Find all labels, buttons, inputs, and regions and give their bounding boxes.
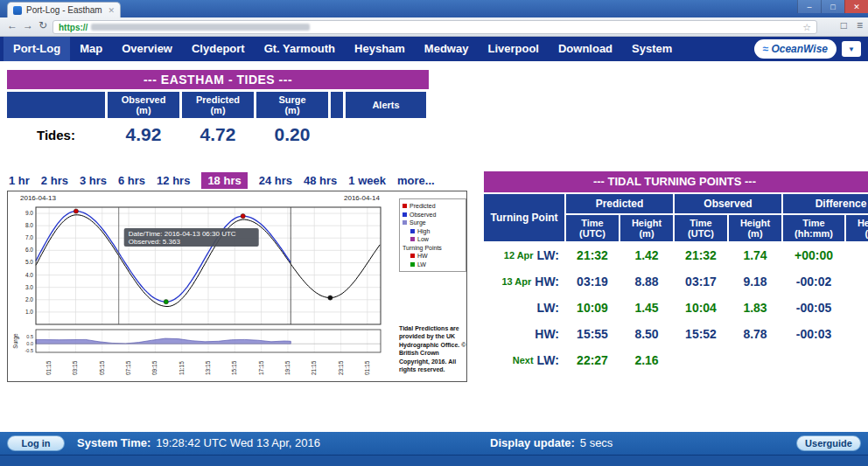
range-tab-6-hrs[interactable]: 6 hrs bbox=[118, 174, 145, 187]
diff-height-header: Height(m) bbox=[846, 215, 868, 241]
nav-item-clydeport[interactable]: Clydeport bbox=[182, 37, 255, 61]
browser-titlebar: Port-Log - Eastham ✕ – □ ✕ bbox=[0, 0, 868, 17]
login-button[interactable]: Log in bbox=[7, 435, 65, 451]
browser-toolbar: ← → ↻ https:// ☆ □ ≡ bbox=[0, 17, 868, 37]
tp-cell: 10:09 bbox=[566, 296, 619, 320]
tp-cell bbox=[846, 348, 868, 372]
nav-item-port-log[interactable]: Port-Log bbox=[4, 37, 70, 61]
window-maximize-button[interactable]: □ bbox=[821, 0, 844, 13]
forward-icon[interactable]: → bbox=[23, 19, 33, 31]
tp-cell: 1.74 bbox=[729, 243, 781, 268]
window-close-button[interactable]: ✕ bbox=[844, 0, 868, 13]
legend-item: Observed bbox=[402, 211, 463, 219]
tp-cell: 8.15 bbox=[620, 374, 673, 382]
tp-cell: 04:17 bbox=[566, 374, 619, 382]
tide-chart[interactable]: 1.02.03.04.05.06.07.08.09.00.50.0-0.5Sur… bbox=[10, 202, 395, 381]
turning-point-type: LW: bbox=[537, 353, 559, 367]
tides-panel: --- EASTHAM - TIDES --- Observed(m) Pred… bbox=[7, 70, 429, 145]
turning-point-type: HW: bbox=[535, 275, 559, 289]
range-tab-3-hrs[interactable]: 3 hrs bbox=[80, 174, 107, 187]
surge-axis-label: Surge bbox=[12, 333, 19, 349]
legend-item: Turning Points bbox=[402, 244, 463, 253]
extensions-icon[interactable]: □ bbox=[841, 19, 847, 31]
tides-header-blank bbox=[7, 92, 105, 118]
back-icon[interactable]: ← bbox=[7, 19, 18, 31]
tides-values-row: Tides: 4.92 4.72 0.20 bbox=[7, 124, 429, 145]
browser-tab[interactable]: Port-Log - Eastham ✕ bbox=[7, 2, 121, 17]
tp-cell: 2.16 bbox=[620, 348, 673, 372]
tp-cell: 15:55 bbox=[566, 322, 619, 346]
tp-cell: -00:02 bbox=[783, 269, 844, 294]
tp-cell: -00:05 bbox=[783, 296, 844, 320]
range-tab-2-hrs[interactable]: 2 hrs bbox=[41, 174, 68, 187]
system-time: System Time:19:28:42 UTC Wed 13 Apr, 201… bbox=[77, 432, 320, 455]
pred-height-header: Height(m) bbox=[620, 215, 673, 241]
display-update: Display update:5 secs bbox=[490, 432, 612, 455]
nav-item-map[interactable]: Map bbox=[70, 37, 112, 61]
legend-swatch bbox=[410, 237, 415, 241]
range-tab-48-hrs[interactable]: 48 hrs bbox=[304, 174, 337, 187]
nav-item-overview[interactable]: Overview bbox=[112, 37, 182, 61]
svg-text:09:15: 09:15 bbox=[151, 360, 158, 375]
legend-item: Surge bbox=[402, 219, 463, 227]
bookmark-star-icon[interactable]: ☆ bbox=[802, 22, 811, 33]
tide-chart-panel: 2016-04-13 2016-04-14 1.02.03.04.05.06.0… bbox=[7, 191, 467, 382]
nav-item-liverpool[interactable]: Liverpool bbox=[478, 37, 549, 61]
turning-point-row-label: HW: bbox=[484, 374, 564, 382]
svg-text:5.0: 5.0 bbox=[25, 259, 33, 265]
main-nav: Port-LogMapOverviewClydeportGt. Yarmouth… bbox=[0, 37, 868, 61]
userguide-button[interactable]: Userguide bbox=[796, 435, 861, 451]
turning-point-row-label: 13 AprHW: bbox=[484, 269, 564, 294]
tp-cell bbox=[846, 243, 868, 268]
tp-cell: 03:17 bbox=[675, 269, 727, 294]
tab-close-icon[interactable]: ✕ bbox=[108, 6, 115, 15]
chart-date-left: 2016-04-13 bbox=[20, 194, 56, 202]
turning-point-date: 12 Apr bbox=[504, 250, 534, 261]
nav-item-heysham[interactable]: Heysham bbox=[345, 37, 415, 61]
legend-item: Predicted bbox=[402, 202, 463, 211]
tp-cell: 1.83 bbox=[729, 296, 781, 320]
tp-cell bbox=[846, 374, 868, 382]
surge-area bbox=[36, 338, 290, 344]
range-tab-1-week[interactable]: 1 week bbox=[348, 174, 386, 187]
nav-item-gt-yarmouth[interactable]: Gt. Yarmouth bbox=[255, 37, 345, 61]
turning-point-row-label: LW: bbox=[484, 296, 564, 320]
range-tab-12-hrs[interactable]: 12 hrs bbox=[157, 174, 190, 187]
range-tab-more-[interactable]: more... bbox=[397, 174, 435, 187]
turning-points-panel: --- TIDAL TURNING POINTS --- Turning Poi… bbox=[484, 171, 868, 382]
tides-header-surge: Surge(m) bbox=[256, 92, 328, 118]
brand-dropdown-button[interactable]: ▼ bbox=[842, 41, 861, 57]
turning-point-type: LW: bbox=[537, 248, 559, 262]
turning-point-date: 13 Apr bbox=[501, 276, 531, 287]
brand-name: OceanWise bbox=[771, 43, 828, 55]
svg-text:01:15: 01:15 bbox=[364, 360, 370, 375]
range-tab-1-hr[interactable]: 1 hr bbox=[9, 174, 30, 187]
tp-cell bbox=[729, 348, 781, 372]
legend-swatch bbox=[402, 220, 407, 225]
turning-point-marker bbox=[74, 209, 78, 213]
window-minimize-button[interactable]: – bbox=[797, 0, 821, 13]
svg-text:-0.5: -0.5 bbox=[25, 348, 33, 353]
menu-icon[interactable]: ≡ bbox=[857, 19, 863, 31]
turning-point-date: Next bbox=[513, 355, 534, 365]
svg-text:05:15: 05:15 bbox=[99, 360, 105, 375]
observed-value: 4.92 bbox=[108, 124, 179, 145]
range-tab-18-hrs[interactable]: 18 hrs bbox=[201, 172, 247, 189]
svg-text:0.0: 0.0 bbox=[26, 341, 33, 346]
url-blurred-text bbox=[91, 24, 310, 31]
turning-points-title: --- TIDAL TURNING POINTS --- bbox=[484, 171, 868, 192]
nav-item-medway[interactable]: Medway bbox=[415, 37, 479, 61]
tp-cell bbox=[783, 374, 844, 382]
refresh-icon[interactable]: ↻ bbox=[38, 19, 47, 31]
tp-cell: 21:32 bbox=[566, 243, 619, 268]
svg-text:1.0: 1.0 bbox=[25, 309, 33, 315]
nav-item-system[interactable]: System bbox=[622, 37, 682, 61]
svg-text:13:15: 13:15 bbox=[205, 360, 211, 375]
address-bar[interactable]: https:// ☆ bbox=[52, 20, 817, 34]
legend-swatch bbox=[410, 254, 415, 258]
range-tab-24-hrs[interactable]: 24 hrs bbox=[259, 174, 292, 187]
svg-text:Observed: 5.363: Observed: 5.363 bbox=[129, 238, 181, 246]
chart-legend: PredictedObservedSurgeHighLowTurning Poi… bbox=[399, 198, 466, 272]
nav-item-download[interactable]: Download bbox=[549, 37, 622, 61]
chart-credit-text: Tidal Predictions are provided by the UK… bbox=[399, 324, 467, 374]
